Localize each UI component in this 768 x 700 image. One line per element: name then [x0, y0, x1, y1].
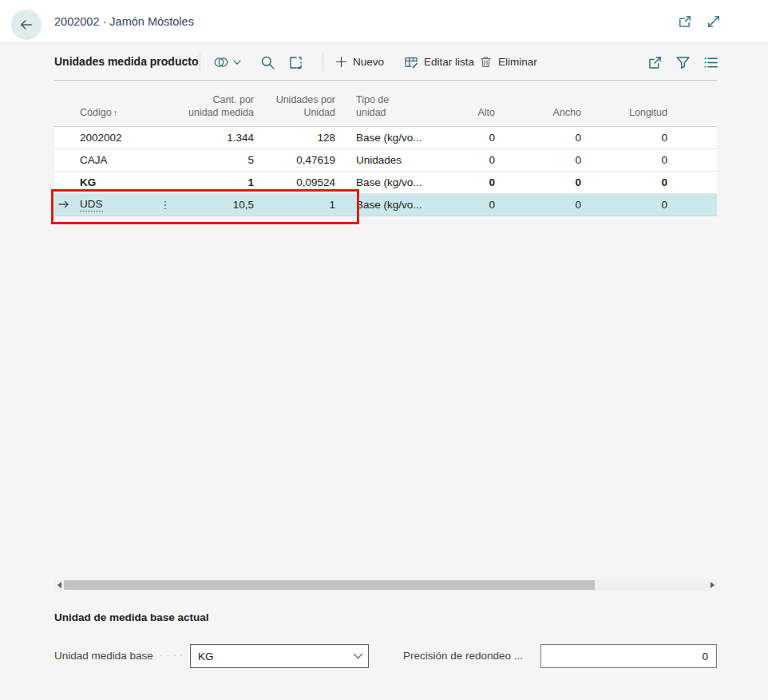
column-header-tipo-unidad[interactable]: Tipo de unidad [335, 93, 459, 127]
cell-cant-por-unidad[interactable]: 1 [184, 176, 254, 188]
uom-table: Código↑ Cant. por unidad medida Unidades… [54, 81, 717, 216]
cell-cant-por-unidad[interactable]: 1.344 [184, 132, 254, 144]
cell-longitud[interactable]: 0 [581, 199, 667, 211]
edit-list-button-label: Editar lista [424, 56, 474, 68]
table-row[interactable]: 2002002 1.344 128 Base (kg/vo... 0 0 0 [54, 127, 717, 149]
back-button[interactable] [11, 10, 42, 40]
chevron-down-icon[interactable] [347, 653, 368, 660]
base-uom-label: Unidad medida base [54, 644, 153, 668]
cell-unidades-por-unidad[interactable]: 0,09524 [254, 176, 335, 188]
column-header-alto[interactable]: Alto [459, 106, 495, 126]
analyze-icon [212, 54, 230, 70]
cell-ancho[interactable]: 0 [495, 176, 581, 188]
rounding-precision-input[interactable] [540, 644, 717, 668]
focus-view-button[interactable] [288, 54, 303, 70]
filter-icon[interactable] [675, 54, 691, 70]
cell-alto[interactable]: 0 [459, 154, 495, 166]
expand-icon[interactable] [706, 14, 722, 30]
focus-view-icon [288, 55, 303, 70]
cell-longitud[interactable]: 0 [581, 176, 667, 188]
cell-tipo-unidad[interactable]: Base (kg/vo... [335, 176, 459, 188]
cell-cant-por-unidad[interactable]: 10,5 [184, 199, 254, 211]
delete-button[interactable]: Eliminar [479, 44, 537, 80]
toolbar-divider [200, 53, 200, 71]
cell-ancho[interactable]: 0 [495, 199, 581, 211]
cell-unidades-por-unidad[interactable]: 128 [254, 132, 335, 144]
cell-tipo-unidad[interactable]: Unidades [335, 154, 459, 166]
base-uom-value: KG [191, 651, 347, 662]
search-icon [260, 55, 275, 70]
table-row-selected[interactable]: UDS ⋮ 10,5 1 Base (kg/vo... 0 0 0 [54, 194, 717, 216]
table-row[interactable]: CAJA 5 0,47619 Unidades 0 0 0 [54, 149, 717, 172]
chevron-down-icon [233, 60, 241, 65]
cell-longitud[interactable]: 0 [581, 154, 667, 166]
cell-alto[interactable]: 0 [459, 176, 495, 188]
column-header-unidades-por-unidad[interactable]: Unidades por Unidad [254, 93, 335, 127]
cell-tipo-unidad[interactable]: Base (kg/vo... [335, 199, 459, 211]
base-uom-section-title: Unidad de medida base actual [54, 611, 209, 623]
back-arrow-icon [19, 18, 34, 32]
rounding-precision-label: Precisión de redondeo ... [403, 644, 523, 668]
list-caption: Unidades medida producto [54, 44, 198, 80]
scroll-left-arrow-icon [57, 582, 61, 588]
edit-list-button[interactable]: Editar lista [404, 44, 474, 80]
horizontal-scrollbar[interactable] [54, 579, 717, 591]
active-row-arrow-icon [57, 198, 70, 211]
column-header-codigo[interactable]: Código↑ [54, 106, 184, 126]
show-list-icon[interactable] [703, 54, 719, 70]
cell-ancho[interactable]: 0 [495, 154, 581, 166]
cell-tipo-unidad[interactable]: Base (kg/vo... [335, 132, 459, 144]
table-row[interactable]: KG 1 0,09524 Base (kg/vo... 0 0 0 [54, 172, 717, 194]
scroll-right-button[interactable] [707, 579, 717, 591]
cell-codigo[interactable]: CAJA [54, 154, 184, 166]
cell-cant-por-unidad[interactable]: 5 [184, 154, 254, 166]
sort-ascending-icon: ↑ [113, 108, 118, 117]
label-leader-dots: ···· [160, 644, 186, 668]
column-header-cant-por-unidad[interactable]: Cant. por unidad medida [184, 93, 254, 127]
base-uom-combobox[interactable]: KG [190, 644, 369, 668]
scrollbar-thumb[interactable] [64, 580, 595, 590]
cell-alto[interactable]: 0 [459, 132, 495, 144]
cell-codigo[interactable]: UDS ⋮ [54, 198, 184, 212]
cell-longitud[interactable]: 0 [581, 132, 667, 144]
cell-codigo[interactable]: 2002002 [54, 132, 184, 144]
scroll-left-button[interactable] [54, 579, 64, 591]
open-in-new-window-icon[interactable] [677, 14, 693, 30]
page-title: 2002002 · Jamón Móstoles [54, 0, 194, 43]
analyze-button[interactable] [212, 54, 241, 70]
cell-unidades-por-unidad[interactable]: 0,47619 [254, 154, 335, 166]
new-button[interactable]: Nuevo [335, 44, 384, 80]
table-header-row: Código↑ Cant. por unidad medida Unidades… [54, 81, 717, 127]
new-button-label: Nuevo [353, 56, 384, 68]
search-button[interactable] [260, 54, 275, 70]
row-kebab-menu-icon[interactable]: ⋮ [160, 199, 171, 211]
toolbar-divider [323, 53, 323, 71]
cell-unidades-por-unidad[interactable]: 1 [254, 199, 335, 211]
cell-ancho[interactable]: 0 [495, 132, 581, 144]
page: 2002002 · Jamón Móstoles Unidades medida… [0, 0, 768, 700]
delete-button-label: Eliminar [498, 56, 537, 68]
cell-alto[interactable]: 0 [459, 199, 495, 211]
window-header: 2002002 · Jamón Móstoles [0, 0, 768, 43]
scroll-right-arrow-icon [711, 582, 715, 588]
plus-icon [335, 56, 347, 68]
cell-codigo-value[interactable]: UDS [80, 198, 103, 212]
cell-codigo[interactable]: KG [54, 176, 184, 188]
list-toolbar: Unidades medida producto Nuev [0, 44, 768, 81]
column-header-longitud[interactable]: Longitud [581, 106, 667, 126]
edit-list-icon [404, 55, 418, 69]
column-header-ancho[interactable]: Ancho [495, 106, 581, 126]
share-icon[interactable] [647, 54, 663, 70]
trash-icon [479, 55, 493, 69]
